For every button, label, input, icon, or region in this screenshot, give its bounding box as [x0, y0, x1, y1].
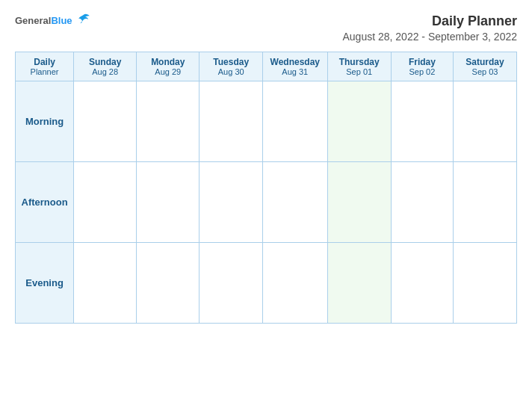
th-sunday-name: Sunday	[77, 57, 133, 67]
th-wednesday-date: Aug 31	[266, 67, 324, 76]
cell-evening-sunday[interactable]	[74, 243, 137, 324]
table-row-evening: Evening	[16, 243, 517, 324]
cell-evening-wednesday[interactable]	[262, 243, 327, 324]
th-monday: Monday Aug 29	[137, 52, 200, 81]
cell-morning-tuesday[interactable]	[200, 81, 263, 162]
th-monday-name: Monday	[140, 57, 196, 67]
th-wednesday-name: Wednesday	[266, 57, 324, 67]
cell-afternoon-saturday[interactable]	[454, 162, 517, 243]
th-friday-name: Friday	[395, 57, 450, 67]
th-thursday: Thursday Sep 01	[327, 52, 391, 81]
table-row-morning: Morning	[16, 81, 517, 162]
th-thursday-date: Sep 01	[331, 67, 388, 76]
th-thursday-name: Thursday	[331, 57, 388, 67]
page: GeneralBlue Daily Planner August 28, 202…	[0, 0, 532, 411]
logo-area: GeneralBlue	[15, 13, 90, 27]
th-saturday-date: Sep 03	[457, 67, 513, 76]
th-tuesday: Tuesday Aug 30	[200, 52, 263, 81]
th-wednesday: Wednesday Aug 31	[262, 52, 327, 81]
th-planner-line1: Daily	[19, 57, 70, 67]
logo-blue-text: Blue	[51, 15, 72, 26]
cell-afternoon-wednesday[interactable]	[262, 162, 327, 243]
cell-morning-sunday[interactable]	[74, 81, 137, 162]
th-friday: Friday Sep 02	[391, 52, 453, 81]
th-planner: Daily Planner	[16, 52, 74, 81]
cell-evening-friday[interactable]	[391, 243, 453, 324]
th-tuesday-name: Tuesday	[202, 57, 259, 67]
cell-afternoon-monday[interactable]	[137, 162, 200, 243]
th-sunday: Sunday Aug 28	[74, 52, 137, 81]
th-tuesday-date: Aug 30	[202, 67, 259, 76]
header: GeneralBlue Daily Planner August 28, 202…	[15, 13, 517, 43]
cell-morning-saturday[interactable]	[454, 81, 517, 162]
planner-table: Daily Planner Sunday Aug 28 Monday Aug 2…	[15, 52, 517, 324]
table-row-afternoon: Afternoon	[16, 162, 517, 243]
row-label-morning: Morning	[16, 81, 74, 162]
th-monday-date: Aug 29	[140, 67, 196, 76]
cell-afternoon-sunday[interactable]	[74, 162, 137, 243]
th-friday-date: Sep 02	[395, 67, 450, 76]
th-saturday-name: Saturday	[457, 57, 513, 67]
title-area: Daily Planner August 28, 2022 - Septembe…	[343, 13, 518, 43]
cell-morning-monday[interactable]	[137, 81, 200, 162]
date-range: August 28, 2022 - September 3, 2022	[343, 31, 518, 43]
cell-morning-thursday[interactable]	[327, 81, 391, 162]
cell-afternoon-thursday[interactable]	[327, 162, 391, 243]
logo-general-text: General	[15, 15, 51, 26]
cell-morning-wednesday[interactable]	[262, 81, 327, 162]
logo: GeneralBlue	[15, 13, 90, 27]
row-label-evening: Evening	[16, 243, 74, 324]
page-title: Daily Planner	[343, 13, 518, 29]
cell-afternoon-tuesday[interactable]	[200, 162, 263, 243]
cell-evening-saturday[interactable]	[454, 243, 517, 324]
th-sunday-date: Aug 28	[77, 67, 133, 76]
cell-evening-monday[interactable]	[137, 243, 200, 324]
cell-evening-tuesday[interactable]	[200, 243, 263, 324]
row-label-afternoon: Afternoon	[16, 162, 74, 243]
cell-evening-thursday[interactable]	[327, 243, 391, 324]
th-saturday: Saturday Sep 03	[454, 52, 517, 81]
table-header-row: Daily Planner Sunday Aug 28 Monday Aug 2…	[16, 52, 517, 81]
cell-morning-friday[interactable]	[391, 81, 453, 162]
th-planner-line2: Planner	[19, 67, 70, 76]
logo-bird-icon	[77, 13, 90, 24]
cell-afternoon-friday[interactable]	[391, 162, 453, 243]
